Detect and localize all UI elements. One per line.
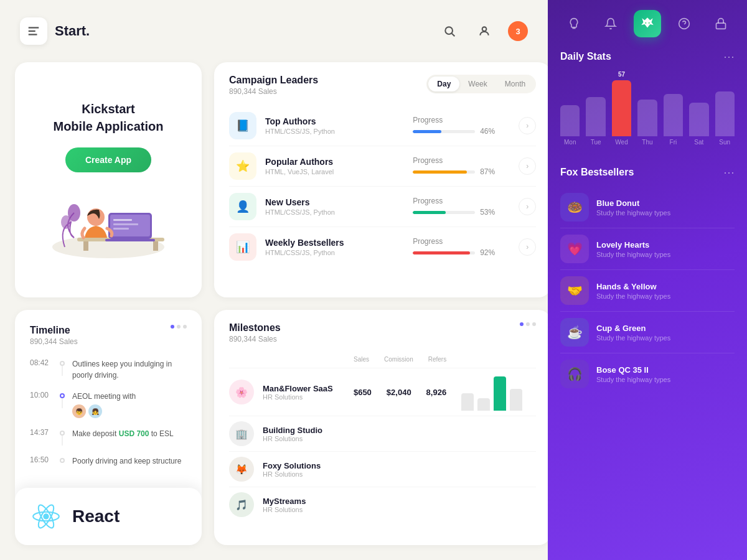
- campaign-leaders-card: Campaign Leaders 890,344 Sales Day Week …: [214, 62, 551, 297]
- timeline-dot: [60, 428, 65, 446]
- chevron-button[interactable]: ›: [519, 117, 536, 134]
- fox-list: 🍩 Blue Donut Study the highway types 💗 L…: [560, 187, 735, 394]
- milestone-info: MyStreams HR Solutions: [263, 497, 306, 513]
- chart-bar: [637, 100, 657, 136]
- bestseller-name: Bose QC 35 II: [596, 365, 670, 375]
- create-app-button[interactable]: Create App: [65, 147, 151, 172]
- bar-label: Fri: [670, 139, 677, 146]
- bestseller-info: Lovely Hearts Study the highway types: [596, 240, 670, 258]
- logo-icon: [20, 17, 47, 45]
- chevron-button[interactable]: ›: [519, 198, 536, 215]
- chart-bar: [586, 97, 605, 136]
- m-dot-1: [520, 322, 524, 326]
- progress-label: Progress: [413, 116, 443, 124]
- progress-fill: [413, 130, 441, 133]
- m-dot-3: [532, 322, 536, 326]
- tab-week[interactable]: Week: [459, 77, 496, 91]
- milestone-info: Building Studio HR Solutions: [263, 426, 322, 442]
- bestseller-thumb: 🍩: [560, 193, 589, 222]
- sidebar-icon-bulb[interactable]: [560, 10, 588, 37]
- progress-pct: 53%: [480, 208, 495, 217]
- milestones-dots: [520, 322, 536, 326]
- svg-point-25: [649, 22, 650, 24]
- bar-label: Sun: [719, 139, 730, 146]
- timeline-text: Poorly driving and keep structure: [72, 455, 187, 467]
- tab-month[interactable]: Month: [496, 77, 534, 91]
- progress-fill: [413, 170, 467, 174]
- svg-point-3: [445, 27, 453, 34]
- bestseller-sub: Study the highway types: [596, 376, 670, 383]
- svg-rect-16: [113, 228, 129, 230]
- bestseller-info: Hands & Yellow Study the highway types: [596, 282, 670, 300]
- bestseller-sub: Study the highway types: [596, 209, 670, 217]
- milestone-icon: 🦊: [229, 457, 254, 482]
- sidebar-icon-notification[interactable]: [597, 10, 624, 37]
- sidebar-top-icons: [548, 0, 747, 47]
- svg-rect-28: [716, 23, 726, 29]
- timeline-item: 16:50 Poorly driving and keep structure: [30, 450, 187, 472]
- bestseller-item[interactable]: 💗 Lovely Hearts Study the highway types: [560, 228, 735, 270]
- fox-bestsellers-menu[interactable]: ⋯: [723, 166, 735, 179]
- timeline-subtitle: 890,344 Sales: [30, 337, 78, 346]
- chart-bar: [560, 105, 580, 136]
- chevron-button[interactable]: ›: [519, 238, 536, 256]
- campaign-tags: HTML, VueJS, Laravel: [265, 168, 413, 175]
- chart-bar-wrap: 0 Thu: [637, 90, 657, 146]
- campaign-row: 👤 New Users HTML/CSS/JS, Python Progress…: [229, 187, 536, 227]
- bestseller-item[interactable]: 🍩 Blue Donut Study the highway types: [560, 187, 735, 228]
- progress-section: Progress 46%: [413, 116, 512, 136]
- content-grid: Kickstart Mobile Application Create App: [0, 62, 548, 560]
- campaign-row: 📊 Weekly Bestsellers HTML/CSS/JS, Python…: [229, 227, 536, 267]
- progress-bar: [413, 211, 475, 214]
- bar-label: Wed: [615, 139, 627, 146]
- progress-fill: [413, 251, 470, 254]
- bestseller-item[interactable]: 🎧 Bose QC 35 II Study the highway types: [560, 353, 735, 394]
- campaign-icon: ⭐: [229, 152, 256, 180]
- milestone-icon: 🌸: [229, 380, 254, 404]
- profile-button[interactable]: [473, 20, 496, 42]
- tab-day[interactable]: Day: [428, 77, 459, 91]
- notification-badge[interactable]: 3: [508, 21, 528, 41]
- campaign-icon: 📘: [229, 112, 256, 139]
- campaign-row: ⭐ Popular Authors HTML, VueJS, Laravel P…: [229, 146, 536, 187]
- col-commission: Comission: [384, 356, 413, 363]
- col-sales: Sales: [354, 356, 369, 363]
- daily-stats-menu[interactable]: ⋯: [723, 50, 735, 63]
- chevron-button[interactable]: ›: [519, 157, 536, 175]
- milestone-row: 🏢 Building Studio HR Solutions: [229, 416, 536, 452]
- progress-bar: [413, 170, 475, 174]
- search-button[interactable]: [438, 20, 461, 42]
- milestone-icon: 🎵: [229, 492, 254, 517]
- campaign-tags: HTML/CSS/JS, Python: [265, 128, 413, 135]
- timeline-text: Make deposit USD 700 to ESL: [72, 428, 187, 439]
- sidebar-icon-lock[interactable]: [707, 10, 735, 37]
- bestseller-thumb: ☕: [560, 318, 589, 347]
- svg-line-4: [452, 34, 455, 37]
- header-actions: 3: [438, 20, 528, 42]
- bar-label: Sat: [694, 139, 703, 146]
- bar-peak-value: 57: [618, 71, 625, 78]
- sidebar-icon-help[interactable]: [670, 10, 698, 37]
- svg-rect-15: [113, 223, 138, 225]
- daily-stats-section: Daily Stats ⋯ 0 Mon 0 Tue 57 Wed 0 Thu 0…: [548, 47, 747, 161]
- chart-bar-wrap: 0 Sun: [715, 82, 735, 146]
- campaign-name: Weekly Bestsellers: [265, 238, 413, 248]
- milestone-icon: 🏢: [229, 421, 254, 446]
- bestseller-item[interactable]: 🤝 Hands & Yellow Study the highway types: [560, 270, 735, 312]
- sidebar-icon-fox[interactable]: [634, 10, 661, 37]
- svg-rect-11: [153, 241, 158, 251]
- milestone-sub: HR Solutions: [263, 393, 333, 401]
- progress-pct: 87%: [480, 167, 495, 176]
- main-area: Start. 3 Kickstart Mob: [0, 0, 548, 560]
- milestones-subtitle: 890,344 Sales: [229, 335, 281, 343]
- m-dot-2: [526, 322, 530, 326]
- svg-point-5: [482, 27, 487, 31]
- react-card: React: [15, 488, 202, 545]
- daily-stats-header: Daily Stats ⋯: [560, 50, 735, 63]
- bestseller-info: Cup & Green Study the highway types: [596, 324, 670, 342]
- bestseller-item[interactable]: ☕ Cup & Green Study the highway types: [560, 312, 735, 353]
- timeline-item: 08:42 Outlines keep you indulging in poo…: [30, 353, 187, 386]
- react-logo-icon: [30, 500, 62, 533]
- milestone-info: Man&Flower SaaS HR Solutions: [263, 384, 333, 401]
- chart-bar-wrap: 57 Wed: [612, 71, 631, 146]
